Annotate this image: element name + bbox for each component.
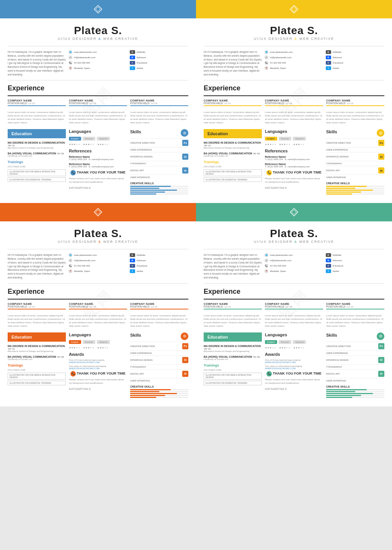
creative-bar-4: [130, 397, 188, 398]
star: ★: [74, 346, 75, 349]
diamond-icon: [289, 5, 299, 14]
education-section: Education MA DEGREE IN DESIGN & COMMUNIC…: [204, 129, 262, 195]
lang-badge-0[interactable]: English: [69, 340, 81, 344]
star: ★: [279, 346, 281, 349]
edu-item-0: MA DEGREE IN DESIGN & COMMUNICATION '08-…: [8, 345, 66, 352]
edu-school: University of London Art: [204, 358, 262, 360]
creative-bar-2: [326, 393, 384, 394]
ref-phone: T: (012) 3455 234 E: name@company.com: [265, 158, 323, 160]
education-title-bar: Education: [8, 129, 66, 138]
exp-header: COMPANY NAME POSITION HELD ''12-'15: [326, 99, 384, 109]
social-badge: B: [130, 56, 135, 59]
section-divider: [204, 95, 384, 96]
skill-item-3: TYPOGRAPHY: [326, 364, 384, 369]
section-divider: [8, 299, 188, 300]
contact-item-1: ✉ hi@plateastudio.com: [69, 259, 127, 262]
reference-item-1: Reference Name T: (012) 3455 234 E: name…: [265, 163, 323, 168]
contact-text: Marbella, Spain: [270, 67, 286, 69]
skill-name: INTERFACE DESIGN: [326, 359, 348, 361]
award-link[interactable]: WWW.DESIGNCROWD.COM: [265, 361, 323, 363]
resume-header: Platea S. UI/UX DESIGNER & WEB CREATIVE: [204, 228, 384, 244]
star: ★: [274, 346, 276, 349]
social-item-0: D /dribbble: [130, 50, 188, 54]
contact-text: hi@plateastudio.com: [74, 56, 95, 59]
exp-underline: [265, 105, 323, 106]
section-divider: [204, 299, 384, 300]
creative-bar-fill: [130, 393, 177, 394]
creative-bar-fill: [130, 395, 165, 396]
edu-item-1: BA (HONS) VISUAL COMMUNICATION '05-'08 U…: [8, 152, 66, 157]
lang-badge-0[interactable]: English: [69, 137, 81, 141]
exp-company: COMPANY NAME: [265, 303, 323, 305]
training-tag-0: ILLUSTRATOR CS5 FOR WEB & INTERACTIVE DE…: [204, 169, 262, 176]
education-section: Education MA DEGREE IN DESIGN & COMMUNIC…: [204, 332, 262, 399]
creative-bar-fill: [326, 389, 367, 390]
thanks-title: 📞 THANK YOU FOR YOUR TIME: [265, 170, 323, 175]
exp-company: COMPANY NAME: [265, 99, 323, 102]
lang-badge-2[interactable]: Spanish: [97, 340, 110, 344]
reference-item-0: Reference Name T: (012) 3455 234 E: name…: [69, 156, 127, 160]
star: ★: [300, 143, 302, 146]
star: ★: [85, 143, 87, 146]
edu-item-1: BA (HONS) VISUAL COMMUNICATION '05-'08 U…: [204, 152, 262, 157]
exp-position: POSITION HELD ''12-'15: [8, 305, 66, 308]
creative-bar-3: [326, 395, 384, 396]
lang-badge-2[interactable]: Spanish: [293, 137, 306, 141]
skill-name: DIGITAL ART: [326, 373, 340, 375]
resume-header: Platea S. UI/UX DESIGNER & WEB CREATIVE: [8, 25, 188, 41]
award-link[interactable]: WWW.DESIGNCROWD.COM: [69, 361, 127, 363]
lang-badge-0[interactable]: English: [265, 340, 277, 344]
star: ★: [90, 143, 92, 146]
contact-text: www.plateastudio.com: [270, 51, 293, 53]
signature: KATSIARYNA K.: [69, 186, 127, 190]
lang-badge-2[interactable]: Spanish: [293, 340, 306, 344]
edu-item-0: MA DEGREE IN DESIGN & COMMUNICATION '08-…: [8, 141, 66, 149]
training-tag-1: ILLUSTRATOR CS5 ESSENTIAL TRAINING: [204, 177, 262, 182]
lang-badge-1[interactable]: Russian: [83, 340, 96, 344]
experience-item-2: COMPANY NAME POSITION HELD ''12-'15 Lore…: [130, 99, 188, 124]
languages-label: Languages: [265, 129, 323, 134]
lang-badge-1[interactable]: Russian: [83, 137, 96, 141]
edu-school: Barcelona School of Design and Engineeri…: [8, 147, 66, 149]
exp-company: COMPANY NAME: [8, 99, 66, 102]
social-item-2: F /Facebook: [130, 264, 188, 268]
skills-title: Skills: [326, 333, 337, 337]
star: ★: [102, 143, 104, 146]
creative-bar-4: [326, 397, 384, 398]
social-item-0: D /dribbble: [130, 253, 188, 257]
contact-icon: 🌐: [265, 253, 268, 257]
star: ★: [76, 143, 78, 146]
star: ★: [296, 143, 297, 146]
lang-badge-1[interactable]: Russian: [279, 137, 292, 141]
social-badge: D: [326, 253, 331, 257]
skill-name: USER INTERFACE: [130, 380, 150, 382]
star: ★: [270, 143, 271, 146]
award-link[interactable]: WWW.DESIGNCROWD.COM: [265, 367, 323, 370]
phone-icon: 📞: [70, 170, 76, 175]
creative-bar-0: [130, 389, 188, 390]
contact-icon: 📞: [69, 264, 72, 268]
experience-item-1: COMPANY NAME POSITION HELD ''12-'15 Lore…: [69, 99, 127, 124]
creative-bar-1: [326, 391, 384, 392]
lang-badge-1[interactable]: Russian: [279, 340, 292, 344]
award-link[interactable]: WWW.DESIGNCROWD.COM: [69, 367, 127, 370]
contact-text: 54 323 000 000: [74, 265, 90, 267]
skill-item-2: INTERFACE DESIGN Ai: [130, 355, 188, 364]
star: ★: [88, 143, 90, 146]
award-item-1: Two years in international packaging WWW…: [69, 365, 127, 370]
ref-phone: T: (012) 3455 234 E: name@company.com: [69, 158, 127, 160]
creative-bar-fill: [130, 391, 159, 392]
social-badge: D: [326, 50, 331, 54]
lang-badge-2[interactable]: Spanish: [97, 137, 110, 141]
diamond-icon: [93, 208, 103, 217]
social-text: /twitter: [137, 67, 144, 69]
lang-badge-0[interactable]: English: [265, 137, 277, 141]
star: ★: [265, 346, 267, 349]
mid-section: Languages English Russian Spanish ★ ★ ★ …: [69, 332, 127, 399]
edu-degree: MA DEGREE IN DESIGN & COMMUNICATION '08-…: [204, 141, 262, 147]
bottom-grid: Education MA DEGREE IN DESIGN & COMMUNIC…: [8, 129, 188, 195]
creative-bar-0: [326, 186, 384, 187]
edu-school: University of London Art: [204, 155, 262, 157]
exp-header: COMPANY NAME POSITION HELD ''12-'15: [69, 99, 127, 109]
social-text: /Facebook: [333, 265, 343, 267]
